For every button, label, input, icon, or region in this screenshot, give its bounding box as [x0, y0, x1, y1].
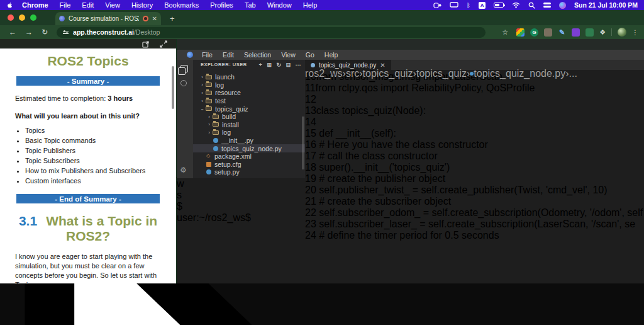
ide-menu-view[interactable]: View	[281, 51, 296, 59]
menu-profiles[interactable]: Profiles	[210, 1, 233, 9]
estimated-time: Estimated time to completion: 3 hours	[15, 94, 161, 103]
tree-item-log[interactable]: ›log	[193, 81, 305, 89]
menu-view[interactable]: View	[105, 1, 120, 9]
extension-icon-6[interactable]	[586, 28, 594, 37]
breadcrumb-item[interactable]: topics_quiz	[416, 68, 467, 79]
menu-tab[interactable]: Tab	[245, 1, 256, 9]
menu-file[interactable]: File	[60, 1, 71, 9]
extensions-puzzle-icon[interactable]: ❖	[599, 28, 606, 37]
breadcrumb-item[interactable]: topics_quiz	[363, 68, 413, 79]
tree-item-test[interactable]: ›test	[193, 97, 305, 105]
extension-icon-1[interactable]	[516, 28, 525, 37]
forward-button[interactable]: →	[25, 28, 33, 37]
extension-pen-icon[interactable]: ✎	[558, 28, 566, 37]
ide-menu-help[interactable]: Help	[325, 51, 338, 59]
tree-item-topics_quiz_node.py[interactable]: topics_quiz_node.py	[193, 144, 305, 152]
new-folder-icon[interactable]: ⊞	[267, 62, 272, 68]
menu-chrome[interactable]: Chrome	[22, 1, 48, 9]
code-editor[interactable]: 9from nav_msgs.msg import Odometry10from…	[305, 60, 644, 241]
chrome-menu-icon[interactable]: ⋮	[632, 29, 639, 36]
url-bar[interactable]: app.theconstruct.ai/Desktop	[57, 27, 486, 38]
tree-item-__init__.py[interactable]: __init__.py	[193, 137, 305, 145]
expand-panel-icon[interactable]	[160, 40, 167, 48]
menu-history[interactable]: History	[131, 1, 153, 9]
menu-help[interactable]: Help	[303, 1, 318, 9]
code-line-13: 13class topics_quiz(Node):	[305, 105, 644, 117]
explorer-scrollbar[interactable]	[302, 117, 304, 169]
search-activity-icon[interactable]	[180, 80, 187, 86]
ide-menu-file[interactable]: File	[202, 51, 213, 59]
siri-icon[interactable]	[559, 2, 566, 9]
browser-tab[interactable]: Course simulation - ROS2 ✕	[55, 12, 161, 25]
battery-icon[interactable]	[494, 3, 504, 8]
tree-item-topics_quiz[interactable]: ⌄topics_quiz	[193, 105, 305, 113]
code-line-21: 21 # create the subscriber object	[305, 196, 644, 207]
explorer-more-icon[interactable]: ⋯	[296, 62, 302, 68]
macos-menubar: ChromeFileEditViewHistoryBookmarksProfil…	[0, 0, 644, 10]
extension-icon-5[interactable]	[572, 28, 580, 37]
breadcrumb[interactable]: ros2_ws›src›topics_quiz›topics_quiz›topi…	[305, 70, 644, 77]
tree-item-setup.py[interactable]: setup.py	[193, 168, 305, 176]
breadcrumb-item[interactable]: src	[346, 68, 359, 79]
notes-scrollbar[interactable]	[172, 66, 174, 109]
code-line-22: 22 self.subscriber_odom_ = self.create_s…	[305, 207, 644, 219]
estimated-value: 3 hours	[108, 94, 133, 102]
ide-menu-go[interactable]: Go	[306, 51, 314, 59]
explorer-activity-icon[interactable]	[180, 65, 188, 72]
tree-item-package.xml[interactable]: ◇package.xml	[193, 152, 305, 161]
tree-item-setup.cfg[interactable]: setup.cfg	[193, 161, 305, 169]
minimize-window-button[interactable]	[19, 14, 25, 21]
zoom-window-button[interactable]	[30, 14, 36, 21]
tab-close-icon[interactable]: ✕	[152, 15, 157, 22]
code-line-18: 18 super().__init__('topics_quiz')	[305, 162, 644, 173]
breadcrumb-item[interactable]: ...	[569, 68, 577, 79]
tree-item-log[interactable]: ›log	[193, 128, 305, 137]
section-paragraph: I know you are eager to start playing wi…	[15, 252, 161, 283]
menu-bookmarks[interactable]: Bookmarks	[164, 1, 199, 9]
menu-extra-icon[interactable]	[433, 2, 441, 9]
refresh-explorer-icon[interactable]: ↻	[276, 62, 281, 68]
open-in-new-window-icon[interactable]	[142, 40, 150, 48]
ide-menu-selection[interactable]: Selection	[244, 51, 271, 59]
menubar-clock[interactable]: Sun 21 Jul 10:00 PM	[574, 1, 638, 9]
input-source-icon[interactable]: A	[479, 2, 486, 9]
new-file-icon[interactable]: +	[259, 62, 263, 68]
bluetooth-icon[interactable]: ᛒ	[467, 2, 470, 9]
ide-menu-edit[interactable]: Edit	[223, 51, 234, 59]
code-line-23: 23 self.subscriber_laser_ = self.create_…	[305, 219, 644, 230]
reload-button[interactable]: ↻	[42, 28, 48, 37]
back-button[interactable]: ←	[9, 28, 16, 37]
display-mirroring-icon[interactable]	[450, 2, 458, 8]
site-settings-icon[interactable]	[63, 31, 69, 34]
settings-gear-icon[interactable]: ⚙	[180, 166, 187, 174]
editor-tab-close-icon[interactable]: ✕	[380, 62, 385, 69]
bookmark-star-icon[interactable]: ☆	[502, 28, 508, 37]
tree-item-resource[interactable]: ›resource	[193, 89, 305, 97]
wifi-icon[interactable]	[512, 2, 520, 8]
menu-edit[interactable]: Edit	[82, 1, 94, 9]
control-center-icon[interactable]	[543, 3, 551, 8]
tab-title: Course simulation - ROS2	[69, 15, 139, 22]
learn-question: What will you learn about in this unit?	[15, 111, 161, 121]
learn-item: Topic Subscribers	[25, 156, 176, 165]
apple-icon[interactable]	[6, 2, 13, 9]
tree-item-launch[interactable]: ›launch	[193, 73, 305, 81]
explorer-header: EXPLORER: USER + ⊞ ↻ ⊟ ⋯	[193, 60, 305, 69]
code-line-15: 15 def __init__(self):	[305, 128, 644, 139]
close-window-button[interactable]	[8, 14, 14, 21]
new-tab-button[interactable]: +	[170, 14, 175, 25]
collapse-folders-icon[interactable]: ⊟	[286, 62, 291, 68]
tree-item-build[interactable]: ›build	[193, 113, 305, 121]
extension-icon-2[interactable]: G	[530, 28, 538, 37]
editor-tab-label: topics_quiz_node.py	[319, 62, 376, 69]
breadcrumb-item[interactable]: ros2_ws	[305, 68, 343, 79]
breadcrumb-item[interactable]: topics_quiz_node.py	[474, 68, 565, 79]
menu-window[interactable]: Window	[267, 1, 292, 9]
tree-item-install[interactable]: ›install	[193, 121, 305, 129]
prompt-symbol: $	[245, 212, 251, 223]
extension-icon-3[interactable]	[544, 28, 552, 37]
tab-favicon	[59, 16, 65, 21]
spotlight-search-icon[interactable]	[528, 2, 535, 9]
profile-avatar[interactable]	[618, 28, 626, 37]
code-line-19: 19 # create the publisher object	[305, 173, 644, 185]
